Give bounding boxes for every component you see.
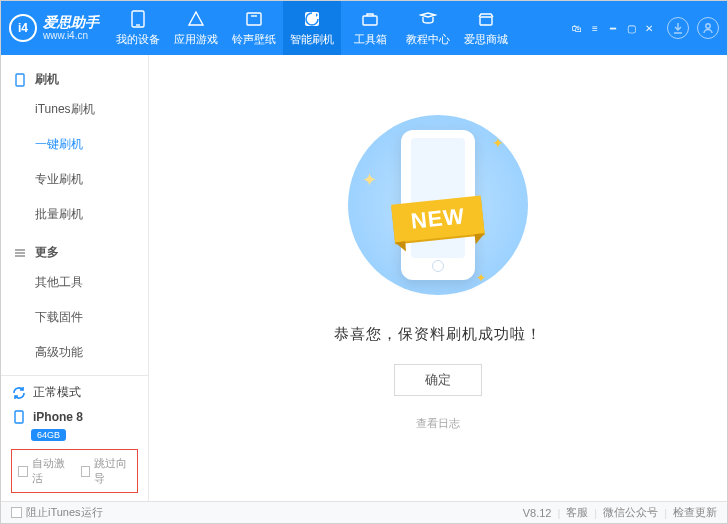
toolbox-icon (360, 10, 380, 28)
brand-site: www.i4.cn (43, 30, 99, 41)
tab-label: 爱思商城 (464, 32, 508, 47)
svg-rect-5 (480, 17, 492, 25)
group-title: 更多 (35, 244, 59, 261)
more-icon (13, 247, 27, 259)
sparkle-icon: ✦ (476, 271, 486, 285)
ctrl-cart-icon[interactable]: 🛍 (571, 23, 583, 34)
svg-rect-11 (15, 411, 23, 423)
tab-apps[interactable]: 应用游戏 (167, 1, 225, 55)
topbar: i4 爱思助手 www.i4.cn 我的设备 应用游戏 铃声壁纸 智能刷机 工具… (1, 1, 727, 55)
main-area: 刷机 iTunes刷机 一键刷机 专业刷机 批量刷机 更多 其他工具 下载固件 … (1, 55, 727, 501)
sidebar-item-oneclick-flash[interactable]: 一键刷机 (1, 127, 148, 162)
tab-label: 铃声壁纸 (232, 32, 276, 47)
ctrl-close-icon[interactable]: ✕ (643, 23, 655, 34)
phone-icon (13, 73, 27, 87)
device-name: iPhone 8 (33, 410, 83, 424)
update-link[interactable]: 检查更新 (673, 505, 717, 520)
brand-name: 爱思助手 (43, 15, 99, 30)
device-icon (11, 409, 27, 425)
success-illustration: ✦ ✦ ✦ NEW (328, 105, 548, 305)
brand-block: i4 爱思助手 www.i4.cn (9, 14, 99, 42)
apps-icon (186, 10, 206, 28)
sidebar-item-other-tools[interactable]: 其他工具 (1, 265, 148, 300)
mode-row[interactable]: 正常模式 (11, 384, 138, 401)
device-panel: 正常模式 iPhone 8 64GB 自动激活 跳过向导 (1, 375, 148, 501)
svg-rect-2 (247, 13, 261, 25)
tab-label: 智能刷机 (290, 32, 334, 47)
sidebar: 刷机 iTunes刷机 一键刷机 专业刷机 批量刷机 更多 其他工具 下载固件 … (1, 55, 149, 501)
tab-flash[interactable]: 智能刷机 (283, 1, 341, 55)
storage-badge: 64GB (31, 429, 66, 441)
service-link[interactable]: 客服 (566, 505, 588, 520)
tab-tutorial[interactable]: 教程中心 (399, 1, 457, 55)
account-button[interactable] (697, 17, 719, 39)
group-more: 更多 其他工具 下载固件 高级功能 (1, 232, 148, 370)
view-log-link[interactable]: 查看日志 (416, 416, 460, 431)
tab-store[interactable]: 爱思商城 (457, 1, 515, 55)
window-controls: 🛍 ≡ ━ ▢ ✕ (571, 17, 719, 39)
wallpaper-icon (244, 10, 264, 28)
content: ✦ ✦ ✦ NEW 恭喜您，保资料刷机成功啦！ 确定 查看日志 (149, 55, 727, 501)
svg-point-6 (706, 24, 710, 28)
ctrl-menu-icon[interactable]: ≡ (589, 23, 601, 34)
sidebar-item-batch-flash[interactable]: 批量刷机 (1, 197, 148, 232)
block-itunes-checkbox[interactable]: 阻止iTunes运行 (11, 505, 103, 520)
svg-rect-7 (16, 74, 24, 86)
device-icon (128, 10, 148, 28)
footer: 阻止iTunes运行 V8.12 | 客服 | 微信公众号 | 检查更新 (1, 501, 727, 523)
wechat-link[interactable]: 微信公众号 (603, 505, 658, 520)
ctrl-min-icon[interactable]: ━ (607, 23, 619, 34)
sidebar-item-pro-flash[interactable]: 专业刷机 (1, 162, 148, 197)
tab-label: 工具箱 (354, 32, 387, 47)
sparkle-icon: ✦ (492, 135, 504, 151)
top-tabs: 我的设备 应用游戏 铃声壁纸 智能刷机 工具箱 教程中心 爱思商城 (109, 1, 515, 55)
sidebar-item-advanced[interactable]: 高级功能 (1, 335, 148, 370)
tab-my-device[interactable]: 我的设备 (109, 1, 167, 55)
sparkle-icon: ✦ (362, 169, 377, 191)
download-button[interactable] (667, 17, 689, 39)
bottom-options: 自动激活 跳过向导 (11, 449, 138, 493)
success-message: 恭喜您，保资料刷机成功啦！ (334, 325, 542, 344)
group-flash: 刷机 iTunes刷机 一键刷机 专业刷机 批量刷机 (1, 59, 148, 232)
confirm-button[interactable]: 确定 (394, 364, 482, 396)
skip-guide-checkbox[interactable]: 跳过向导 (81, 456, 132, 486)
svg-rect-4 (363, 16, 377, 25)
device-block[interactable]: iPhone 8 64GB (11, 409, 138, 441)
refresh-icon (11, 385, 27, 401)
tab-toolbox[interactable]: 工具箱 (341, 1, 399, 55)
flash-icon (302, 10, 322, 28)
tab-label: 我的设备 (116, 32, 160, 47)
tab-ringtone[interactable]: 铃声壁纸 (225, 1, 283, 55)
auto-activate-checkbox[interactable]: 自动激活 (18, 456, 69, 486)
store-icon (476, 10, 496, 28)
tutorial-icon (418, 10, 438, 28)
group-title: 刷机 (35, 71, 59, 88)
tab-label: 应用游戏 (174, 32, 218, 47)
sidebar-item-download-fw[interactable]: 下载固件 (1, 300, 148, 335)
mode-label: 正常模式 (33, 384, 81, 401)
version-label: V8.12 (523, 507, 552, 519)
logo-icon: i4 (9, 14, 37, 42)
tab-label: 教程中心 (406, 32, 450, 47)
ctrl-max-icon[interactable]: ▢ (625, 23, 637, 34)
sidebar-item-itunes-flash[interactable]: iTunes刷机 (1, 92, 148, 127)
